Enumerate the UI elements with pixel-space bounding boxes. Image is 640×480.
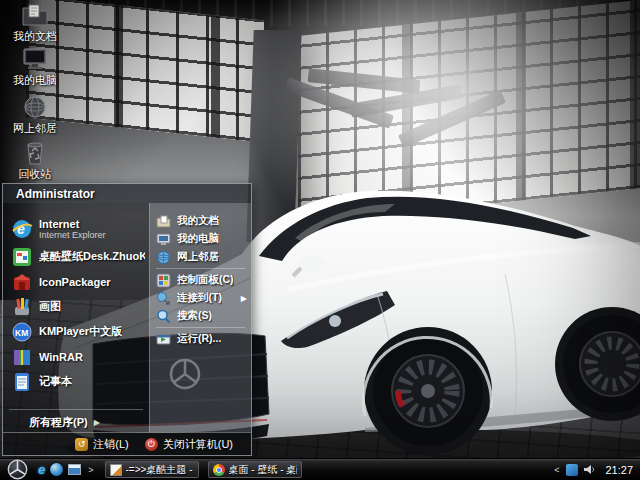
menu-item-internet-explorer[interactable]: e Internet Internet Explorer (3, 214, 149, 244)
chrome-icon (213, 464, 225, 476)
winrar-icon (11, 346, 33, 368)
menu-item-label: 我的电脑 (177, 232, 219, 246)
menu-item-label: 网上邻居 (177, 250, 219, 264)
menu-item-label: KMPlayer中文版 (39, 324, 122, 339)
run-icon (156, 332, 171, 347)
tray-collapse-chevron[interactable]: < (552, 465, 561, 475)
notepad-icon (11, 371, 33, 393)
my-documents-icon (156, 214, 171, 229)
iconpackager-icon (11, 271, 33, 293)
menu-item-kmplayer[interactable]: KM KMPlayer中文版 (3, 319, 149, 344)
menu-item-my-computer[interactable]: 我的电脑 (150, 230, 251, 248)
menu-item-label: 运行(R)... (177, 332, 221, 346)
connect-to-icon (156, 291, 171, 306)
zhuoku-icon (11, 246, 33, 268)
taskbar-button-wallpaper-page[interactable]: 桌面 - 壁纸 - 桌酷... (208, 461, 302, 478)
globe-icon[interactable] (50, 463, 63, 476)
start-menu-places-list: 我的文档 我的电脑 网上邻居 (150, 203, 251, 432)
submenu-arrow-icon: ▶ (241, 294, 247, 303)
menu-item-search[interactable]: 搜索(S) (150, 307, 251, 325)
menu-item-notepad[interactable]: 记事本 (3, 369, 149, 394)
menu-item-iconpackager[interactable]: IconPackager (3, 269, 149, 294)
log-off-icon: ↺ (75, 438, 88, 451)
kmplayer-icon: KM (11, 321, 33, 343)
internet-explorer-icon: e (11, 218, 33, 240)
menu-item-paint[interactable]: 画图 (3, 294, 149, 319)
menu-separator (156, 327, 245, 328)
desktop-icon-label: 我的文档 (4, 30, 66, 42)
menu-separator (156, 268, 245, 269)
desktop-icon-recycle-bin[interactable]: 回收站 (4, 140, 66, 180)
network-places-icon (156, 250, 171, 265)
control-panel-icon (156, 273, 171, 288)
desktop-icon-label: 回收站 (4, 168, 66, 180)
menu-item-label: 搜索(S) (177, 309, 212, 323)
taskbar-button-label: -=>>桌酷主题 - ML... (126, 463, 194, 477)
menu-item-label: 我的文档 (177, 214, 219, 228)
svg-text:e: e (17, 221, 25, 237)
messenger-tray-icon[interactable] (566, 464, 578, 476)
menu-item-label: 画图 (39, 299, 61, 314)
volume-tray-icon[interactable] (583, 463, 596, 476)
turn-off-label: 关闭计算机(U) (163, 437, 233, 452)
desktop-icon-my-documents[interactable]: 我的文档 (4, 2, 66, 42)
all-programs-label: 所有程序(P) (29, 415, 88, 430)
search-icon (156, 309, 171, 324)
menu-item-run[interactable]: 运行(R)... (150, 330, 251, 348)
menu-item-label: IconPackager (39, 276, 111, 288)
quick-launch-overflow-chevron[interactable]: > (86, 465, 95, 475)
start-menu-footer: ↺ 注销(L) ⏻ 关闭计算机(U) (3, 432, 251, 455)
turn-off-computer-button[interactable]: ⏻ 关闭计算机(U) (145, 437, 233, 452)
menu-item-control-panel[interactable]: 控制面板(C) (150, 271, 251, 289)
my-documents-icon (21, 2, 49, 28)
menu-item-winrar[interactable]: WinRAR (3, 344, 149, 369)
taskbar-button-zhuoku-theme[interactable]: -=>>桌酷主题 - ML... (105, 461, 199, 478)
start-menu: Administrator e Internet Internet Explor… (2, 183, 252, 456)
show-desktop-icon[interactable] (68, 464, 81, 475)
start-menu-pinned-list: e Internet Internet Explorer 桌酷壁纸Desk.Zh… (3, 203, 150, 432)
paint-icon (11, 296, 33, 318)
taskbar-button-label: 桌面 - 壁纸 - 桌酷... (229, 463, 297, 477)
all-programs-button[interactable]: 所有程序(P) ▶ (3, 412, 149, 432)
menu-item-zhuoku[interactable]: 桌酷壁纸Desk.ZhuoKu.Com (3, 244, 149, 269)
power-icon: ⏻ (145, 438, 158, 451)
submenu-arrow-icon: ▶ (94, 418, 100, 427)
menu-item-label: 记事本 (39, 374, 72, 389)
ie-icon[interactable]: e (38, 463, 45, 476)
system-tray: < 21:27 (552, 463, 633, 476)
my-computer-icon (156, 232, 171, 247)
menu-separator (9, 409, 143, 410)
taskbar-clock: 21:27 (605, 464, 633, 476)
menu-item-my-documents[interactable]: 我的文档 (150, 212, 251, 230)
start-button[interactable] (7, 459, 28, 480)
user-name: Administrator (16, 187, 95, 201)
menu-item-network-places[interactable]: 网上邻居 (150, 248, 251, 266)
menu-item-label: 连接到(T) (177, 291, 222, 305)
desktop-screen: 我的文档 我的电脑 网上邻居 回收站 Administrator e (0, 0, 640, 480)
recycle-bin-icon (21, 140, 49, 166)
taskbar: e > -=>>桌酷主题 - ML... 桌面 - 壁纸 - 桌酷... < 2… (0, 458, 640, 480)
network-places-icon (21, 94, 49, 120)
menu-item-label: WinRAR (39, 351, 83, 363)
menu-item-sublabel: Internet Explorer (39, 230, 106, 240)
mercedes-logo-icon (7, 459, 28, 480)
menu-item-label: 控制面板(C) (177, 273, 234, 287)
quick-launch: e > (38, 463, 96, 476)
desktop-icon-label: 网上邻居 (4, 122, 66, 134)
log-off-label: 注销(L) (93, 437, 128, 452)
desktop-icon-network-places[interactable]: 网上邻居 (4, 94, 66, 134)
document-icon (110, 464, 122, 476)
desktop-icon-label: 我的电脑 (4, 74, 66, 86)
svg-text:KM: KM (15, 327, 28, 337)
menu-item-label: 桌酷壁纸Desk.ZhuoKu.Com (39, 249, 145, 264)
start-menu-header: Administrator (3, 184, 251, 203)
menu-item-label: Internet (39, 218, 106, 230)
log-off-button[interactable]: ↺ 注销(L) (75, 437, 128, 452)
menu-item-connect-to[interactable]: 连接到(T) ▶ (150, 289, 251, 307)
desktop-icon-my-computer[interactable]: 我的电脑 (4, 46, 66, 86)
my-computer-icon (21, 46, 49, 72)
